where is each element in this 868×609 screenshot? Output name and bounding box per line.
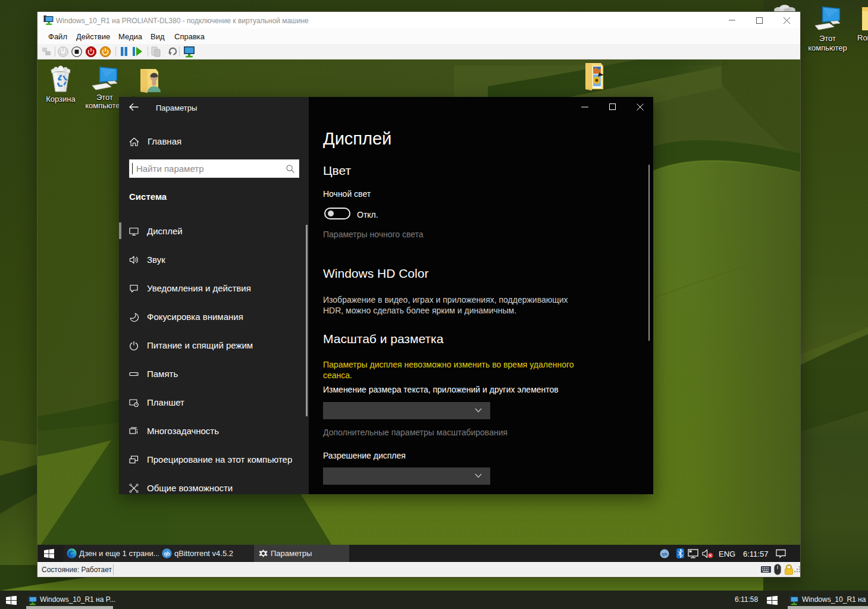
svg-text:qb: qb <box>662 551 668 557</box>
svg-text:qb: qb <box>164 551 170 557</box>
